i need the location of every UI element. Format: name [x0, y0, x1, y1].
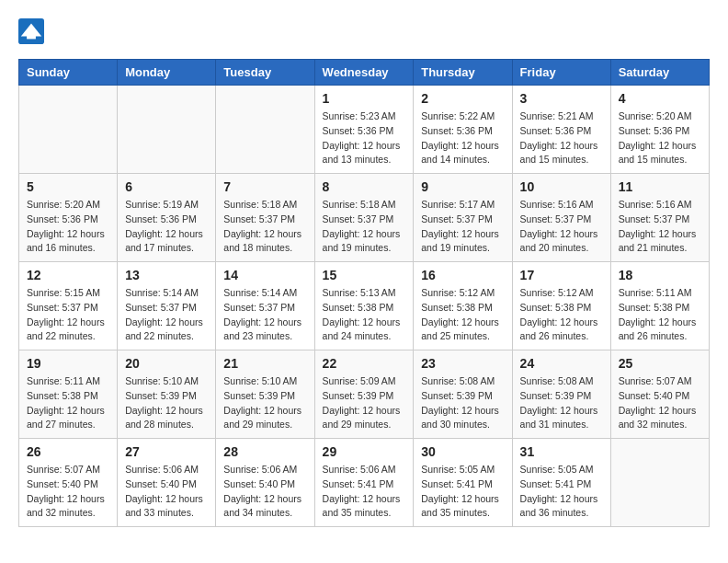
weekday-thursday: Thursday [414, 60, 512, 86]
calendar-cell: 7Sunrise: 5:18 AM Sunset: 5:37 PM Daylig… [216, 174, 314, 262]
day-info: Sunrise: 5:12 AM Sunset: 5:38 PM Dayligh… [421, 286, 504, 344]
calendar: SundayMondayTuesdayWednesdayThursdayFrid… [18, 59, 710, 527]
calendar-cell: 30Sunrise: 5:05 AM Sunset: 5:41 PM Dayli… [414, 439, 512, 527]
weekday-friday: Friday [512, 60, 610, 86]
day-info: Sunrise: 5:07 AM Sunset: 5:40 PM Dayligh… [619, 374, 701, 432]
calendar-week-1: 1Sunrise: 5:23 AM Sunset: 5:36 PM Daylig… [19, 86, 710, 174]
calendar-cell: 20Sunrise: 5:10 AM Sunset: 5:39 PM Dayli… [118, 350, 216, 439]
day-info: Sunrise: 5:23 AM Sunset: 5:36 PM Dayligh… [323, 109, 406, 167]
calendar-cell [216, 86, 314, 174]
day-number: 5 [27, 179, 109, 194]
calendar-week-5: 26Sunrise: 5:07 AM Sunset: 5:40 PM Dayli… [19, 439, 710, 527]
day-info: Sunrise: 5:20 AM Sunset: 5:36 PM Dayligh… [619, 109, 701, 167]
calendar-cell: 10Sunrise: 5:16 AM Sunset: 5:37 PM Dayli… [512, 174, 610, 262]
day-number: 1 [323, 91, 406, 106]
day-info: Sunrise: 5:06 AM Sunset: 5:40 PM Dayligh… [223, 463, 306, 521]
day-number: 16 [421, 268, 504, 282]
day-number: 20 [125, 356, 208, 371]
day-number: 11 [619, 179, 701, 194]
calendar-cell: 13Sunrise: 5:14 AM Sunset: 5:37 PM Dayli… [118, 262, 216, 350]
day-number: 21 [223, 356, 306, 371]
day-number: 28 [223, 444, 306, 459]
day-info: Sunrise: 5:07 AM Sunset: 5:40 PM Dayligh… [27, 463, 109, 521]
day-number: 18 [619, 268, 701, 282]
calendar-cell: 28Sunrise: 5:06 AM Sunset: 5:40 PM Dayli… [216, 439, 314, 527]
day-number: 7 [223, 179, 306, 194]
page: SundayMondayTuesdayWednesdayThursdayFrid… [0, 0, 728, 546]
calendar-cell: 27Sunrise: 5:06 AM Sunset: 5:40 PM Dayli… [118, 439, 216, 527]
day-info: Sunrise: 5:08 AM Sunset: 5:39 PM Dayligh… [520, 374, 603, 432]
svg-rect-2 [27, 34, 36, 40]
day-number: 14 [223, 268, 306, 282]
calendar-cell [19, 86, 118, 174]
calendar-cell: 24Sunrise: 5:08 AM Sunset: 5:39 PM Dayli… [512, 350, 610, 439]
day-number: 6 [125, 179, 208, 194]
calendar-cell: 22Sunrise: 5:09 AM Sunset: 5:39 PM Dayli… [314, 350, 414, 439]
calendar-cell: 29Sunrise: 5:06 AM Sunset: 5:41 PM Dayli… [314, 439, 414, 527]
day-number: 23 [421, 356, 504, 371]
day-info: Sunrise: 5:20 AM Sunset: 5:36 PM Dayligh… [27, 198, 109, 256]
day-number: 4 [619, 91, 701, 106]
day-number: 10 [520, 179, 603, 194]
day-number: 3 [520, 91, 603, 106]
day-number: 31 [520, 444, 603, 459]
weekday-monday: Monday [118, 60, 216, 86]
calendar-cell: 14Sunrise: 5:14 AM Sunset: 5:37 PM Dayli… [216, 262, 314, 350]
day-number: 17 [520, 268, 603, 282]
calendar-cell: 15Sunrise: 5:13 AM Sunset: 5:38 PM Dayli… [314, 262, 414, 350]
weekday-tuesday: Tuesday [216, 60, 314, 86]
day-number: 24 [520, 356, 603, 371]
calendar-cell: 12Sunrise: 5:15 AM Sunset: 5:37 PM Dayli… [19, 262, 118, 350]
day-number: 25 [619, 356, 701, 371]
calendar-cell: 25Sunrise: 5:07 AM Sunset: 5:40 PM Dayli… [610, 350, 709, 439]
day-number: 15 [323, 268, 406, 282]
day-number: 9 [421, 179, 504, 194]
day-number: 27 [125, 444, 208, 459]
day-number: 29 [323, 444, 406, 459]
day-info: Sunrise: 5:14 AM Sunset: 5:37 PM Dayligh… [125, 286, 208, 344]
calendar-cell: 16Sunrise: 5:12 AM Sunset: 5:38 PM Dayli… [414, 262, 512, 350]
calendar-cell: 31Sunrise: 5:05 AM Sunset: 5:41 PM Dayli… [512, 439, 610, 527]
day-info: Sunrise: 5:10 AM Sunset: 5:39 PM Dayligh… [125, 374, 208, 432]
day-info: Sunrise: 5:15 AM Sunset: 5:37 PM Dayligh… [27, 286, 109, 344]
calendar-cell: 19Sunrise: 5:11 AM Sunset: 5:38 PM Dayli… [19, 350, 118, 439]
day-info: Sunrise: 5:08 AM Sunset: 5:39 PM Dayligh… [421, 374, 504, 432]
calendar-week-3: 12Sunrise: 5:15 AM Sunset: 5:37 PM Dayli… [19, 262, 710, 350]
calendar-cell: 9Sunrise: 5:17 AM Sunset: 5:37 PM Daylig… [414, 174, 512, 262]
calendar-week-4: 19Sunrise: 5:11 AM Sunset: 5:38 PM Dayli… [19, 350, 710, 439]
calendar-cell: 21Sunrise: 5:10 AM Sunset: 5:39 PM Dayli… [216, 350, 314, 439]
calendar-cell: 18Sunrise: 5:11 AM Sunset: 5:38 PM Dayli… [610, 262, 709, 350]
calendar-week-2: 5Sunrise: 5:20 AM Sunset: 5:36 PM Daylig… [19, 174, 710, 262]
calendar-cell: 6Sunrise: 5:19 AM Sunset: 5:36 PM Daylig… [118, 174, 216, 262]
logo [18, 18, 48, 44]
weekday-saturday: Saturday [610, 60, 709, 86]
day-info: Sunrise: 5:17 AM Sunset: 5:37 PM Dayligh… [421, 198, 504, 256]
calendar-cell: 1Sunrise: 5:23 AM Sunset: 5:36 PM Daylig… [314, 86, 414, 174]
calendar-cell: 3Sunrise: 5:21 AM Sunset: 5:36 PM Daylig… [512, 86, 610, 174]
weekday-wednesday: Wednesday [314, 60, 414, 86]
day-info: Sunrise: 5:18 AM Sunset: 5:37 PM Dayligh… [223, 198, 306, 256]
day-number: 22 [323, 356, 406, 371]
day-info: Sunrise: 5:13 AM Sunset: 5:38 PM Dayligh… [323, 286, 406, 344]
day-info: Sunrise: 5:06 AM Sunset: 5:41 PM Dayligh… [323, 463, 406, 521]
day-info: Sunrise: 5:21 AM Sunset: 5:36 PM Dayligh… [520, 109, 603, 167]
day-info: Sunrise: 5:11 AM Sunset: 5:38 PM Dayligh… [619, 286, 701, 344]
calendar-cell: 23Sunrise: 5:08 AM Sunset: 5:39 PM Dayli… [414, 350, 512, 439]
day-info: Sunrise: 5:11 AM Sunset: 5:38 PM Dayligh… [27, 374, 109, 432]
calendar-cell: 11Sunrise: 5:16 AM Sunset: 5:37 PM Dayli… [610, 174, 709, 262]
calendar-cell: 17Sunrise: 5:12 AM Sunset: 5:38 PM Dayli… [512, 262, 610, 350]
calendar-cell: 5Sunrise: 5:20 AM Sunset: 5:36 PM Daylig… [19, 174, 118, 262]
day-info: Sunrise: 5:06 AM Sunset: 5:40 PM Dayligh… [125, 463, 208, 521]
day-info: Sunrise: 5:10 AM Sunset: 5:39 PM Dayligh… [223, 374, 306, 432]
day-number: 8 [323, 179, 406, 194]
header [18, 18, 710, 44]
day-number: 26 [27, 444, 109, 459]
calendar-cell [610, 439, 709, 527]
calendar-cell: 2Sunrise: 5:22 AM Sunset: 5:36 PM Daylig… [414, 86, 512, 174]
calendar-cell: 4Sunrise: 5:20 AM Sunset: 5:36 PM Daylig… [610, 86, 709, 174]
day-info: Sunrise: 5:19 AM Sunset: 5:36 PM Dayligh… [125, 198, 208, 256]
day-info: Sunrise: 5:12 AM Sunset: 5:38 PM Dayligh… [520, 286, 603, 344]
day-info: Sunrise: 5:09 AM Sunset: 5:39 PM Dayligh… [323, 374, 406, 432]
weekday-sunday: Sunday [19, 60, 118, 86]
day-info: Sunrise: 5:16 AM Sunset: 5:37 PM Dayligh… [619, 198, 701, 256]
